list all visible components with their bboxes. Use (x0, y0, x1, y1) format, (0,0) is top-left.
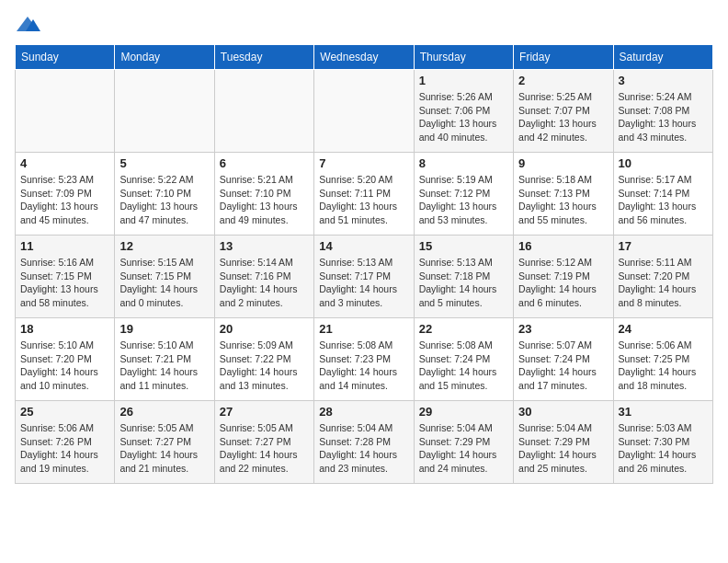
day-info: Sunrise: 5:06 AM Sunset: 7:25 PM Dayligh… (619, 339, 708, 393)
day-cell: 21Sunrise: 5:08 AM Sunset: 7:23 PM Dayli… (314, 318, 414, 401)
day-number: 12 (119, 239, 209, 253)
day-cell: 2Sunrise: 5:25 AM Sunset: 7:07 PM Daylig… (514, 70, 613, 153)
day-info: Sunrise: 5:25 AM Sunset: 7:07 PM Dayligh… (518, 90, 608, 144)
day-info: Sunrise: 5:18 AM Sunset: 7:13 PM Dayligh… (518, 173, 608, 227)
day-info: Sunrise: 5:13 AM Sunset: 7:18 PM Dayligh… (419, 256, 508, 310)
day-info: Sunrise: 5:22 AM Sunset: 7:10 PM Dayligh… (119, 173, 209, 227)
calendar-table: SundayMondayTuesdayWednesdayThursdayFrid… (15, 44, 713, 484)
week-row-2: 4Sunrise: 5:23 AM Sunset: 7:09 PM Daylig… (16, 153, 713, 236)
day-info: Sunrise: 5:15 AM Sunset: 7:15 PM Dayligh… (119, 256, 209, 310)
day-cell: 3Sunrise: 5:24 AM Sunset: 7:08 PM Daylig… (613, 70, 712, 153)
day-number: 18 (20, 322, 109, 336)
day-number: 21 (319, 322, 408, 336)
day-number: 17 (619, 239, 708, 253)
day-cell: 23Sunrise: 5:07 AM Sunset: 7:24 PM Dayli… (514, 318, 613, 401)
header-friday: Friday (514, 45, 613, 70)
day-number: 31 (619, 405, 708, 419)
day-number: 3 (619, 74, 708, 87)
day-info: Sunrise: 5:12 AM Sunset: 7:19 PM Dayligh… (518, 256, 608, 310)
day-cell: 1Sunrise: 5:26 AM Sunset: 7:06 PM Daylig… (414, 70, 513, 153)
day-cell: 27Sunrise: 5:05 AM Sunset: 7:27 PM Dayli… (214, 401, 313, 484)
day-info: Sunrise: 5:26 AM Sunset: 7:06 PM Dayligh… (419, 90, 508, 144)
day-info: Sunrise: 5:04 AM Sunset: 7:29 PM Dayligh… (518, 421, 608, 476)
day-info: Sunrise: 5:03 AM Sunset: 7:30 PM Dayligh… (619, 421, 708, 476)
day-number: 1 (419, 74, 508, 87)
day-cell: 9Sunrise: 5:18 AM Sunset: 7:13 PM Daylig… (514, 153, 613, 236)
day-info: Sunrise: 5:04 AM Sunset: 7:29 PM Dayligh… (419, 421, 508, 476)
day-number: 4 (20, 156, 109, 170)
day-cell: 31Sunrise: 5:03 AM Sunset: 7:30 PM Dayli… (613, 401, 712, 484)
day-number: 9 (518, 156, 608, 170)
day-info: Sunrise: 5:04 AM Sunset: 7:28 PM Dayligh… (319, 421, 408, 476)
day-cell: 26Sunrise: 5:05 AM Sunset: 7:27 PM Dayli… (115, 401, 214, 484)
week-row-5: 25Sunrise: 5:06 AM Sunset: 7:26 PM Dayli… (16, 401, 713, 484)
day-number: 15 (419, 239, 508, 253)
day-info: Sunrise: 5:05 AM Sunset: 7:27 PM Dayligh… (220, 421, 309, 476)
day-info: Sunrise: 5:23 AM Sunset: 7:09 PM Dayligh… (20, 173, 109, 227)
day-cell: 18Sunrise: 5:10 AM Sunset: 7:20 PM Dayli… (16, 318, 115, 401)
day-cell (115, 70, 214, 153)
day-info: Sunrise: 5:08 AM Sunset: 7:24 PM Dayligh… (419, 339, 508, 393)
day-cell: 4Sunrise: 5:23 AM Sunset: 7:09 PM Daylig… (16, 153, 115, 236)
header-saturday: Saturday (613, 45, 712, 70)
header-thursday: Thursday (414, 45, 513, 70)
day-cell (314, 70, 414, 153)
day-info: Sunrise: 5:21 AM Sunset: 7:10 PM Dayligh… (220, 173, 309, 227)
day-cell: 6Sunrise: 5:21 AM Sunset: 7:10 PM Daylig… (214, 153, 313, 236)
day-number: 26 (119, 405, 209, 419)
day-number: 28 (319, 405, 408, 419)
day-number: 14 (319, 239, 408, 253)
day-cell: 11Sunrise: 5:16 AM Sunset: 7:15 PM Dayli… (16, 236, 115, 318)
day-info: Sunrise: 5:08 AM Sunset: 7:23 PM Dayligh… (319, 339, 408, 393)
week-row-3: 11Sunrise: 5:16 AM Sunset: 7:15 PM Dayli… (16, 236, 713, 318)
logo-icon (15, 15, 40, 35)
header-wednesday: Wednesday (314, 45, 414, 70)
logo (15, 15, 44, 35)
day-cell: 15Sunrise: 5:13 AM Sunset: 7:18 PM Dayli… (414, 236, 513, 318)
day-info: Sunrise: 5:14 AM Sunset: 7:16 PM Dayligh… (220, 256, 309, 310)
day-number: 22 (419, 322, 508, 336)
day-number: 23 (518, 322, 608, 336)
day-number: 27 (220, 405, 309, 419)
day-cell: 19Sunrise: 5:10 AM Sunset: 7:21 PM Dayli… (115, 318, 214, 401)
day-number: 20 (220, 322, 309, 336)
day-cell: 8Sunrise: 5:19 AM Sunset: 7:12 PM Daylig… (414, 153, 513, 236)
day-number: 11 (20, 239, 109, 253)
day-number: 30 (518, 405, 608, 419)
day-cell: 7Sunrise: 5:20 AM Sunset: 7:11 PM Daylig… (314, 153, 414, 236)
day-cell: 13Sunrise: 5:14 AM Sunset: 7:16 PM Dayli… (214, 236, 313, 318)
day-number: 2 (518, 74, 608, 87)
day-number: 10 (619, 156, 708, 170)
week-row-4: 18Sunrise: 5:10 AM Sunset: 7:20 PM Dayli… (16, 318, 713, 401)
day-cell: 25Sunrise: 5:06 AM Sunset: 7:26 PM Dayli… (16, 401, 115, 484)
header-tuesday: Tuesday (214, 45, 313, 70)
day-info: Sunrise: 5:06 AM Sunset: 7:26 PM Dayligh… (20, 421, 109, 476)
day-info: Sunrise: 5:13 AM Sunset: 7:17 PM Dayligh… (319, 256, 408, 310)
day-number: 16 (518, 239, 608, 253)
page-header (15, 15, 713, 35)
day-info: Sunrise: 5:17 AM Sunset: 7:14 PM Dayligh… (619, 173, 708, 227)
header-monday: Monday (115, 45, 214, 70)
day-cell (214, 70, 313, 153)
day-number: 8 (419, 156, 508, 170)
day-info: Sunrise: 5:09 AM Sunset: 7:22 PM Dayligh… (220, 339, 309, 393)
day-number: 7 (319, 156, 408, 170)
day-cell: 10Sunrise: 5:17 AM Sunset: 7:14 PM Dayli… (613, 153, 712, 236)
day-info: Sunrise: 5:20 AM Sunset: 7:11 PM Dayligh… (319, 173, 408, 227)
day-number: 5 (119, 156, 209, 170)
day-info: Sunrise: 5:05 AM Sunset: 7:27 PM Dayligh… (119, 421, 209, 476)
day-cell: 14Sunrise: 5:13 AM Sunset: 7:17 PM Dayli… (314, 236, 414, 318)
day-cell: 22Sunrise: 5:08 AM Sunset: 7:24 PM Dayli… (414, 318, 513, 401)
day-info: Sunrise: 5:19 AM Sunset: 7:12 PM Dayligh… (419, 173, 508, 227)
day-info: Sunrise: 5:10 AM Sunset: 7:21 PM Dayligh… (119, 339, 209, 393)
day-info: Sunrise: 5:16 AM Sunset: 7:15 PM Dayligh… (20, 256, 109, 310)
day-info: Sunrise: 5:11 AM Sunset: 7:20 PM Dayligh… (619, 256, 708, 310)
day-number: 13 (220, 239, 309, 253)
header-sunday: Sunday (16, 45, 115, 70)
week-row-1: 1Sunrise: 5:26 AM Sunset: 7:06 PM Daylig… (16, 70, 713, 153)
day-number: 19 (119, 322, 209, 336)
day-cell: 30Sunrise: 5:04 AM Sunset: 7:29 PM Dayli… (514, 401, 613, 484)
day-cell: 17Sunrise: 5:11 AM Sunset: 7:20 PM Dayli… (613, 236, 712, 318)
day-cell: 24Sunrise: 5:06 AM Sunset: 7:25 PM Dayli… (613, 318, 712, 401)
day-cell: 16Sunrise: 5:12 AM Sunset: 7:19 PM Dayli… (514, 236, 613, 318)
